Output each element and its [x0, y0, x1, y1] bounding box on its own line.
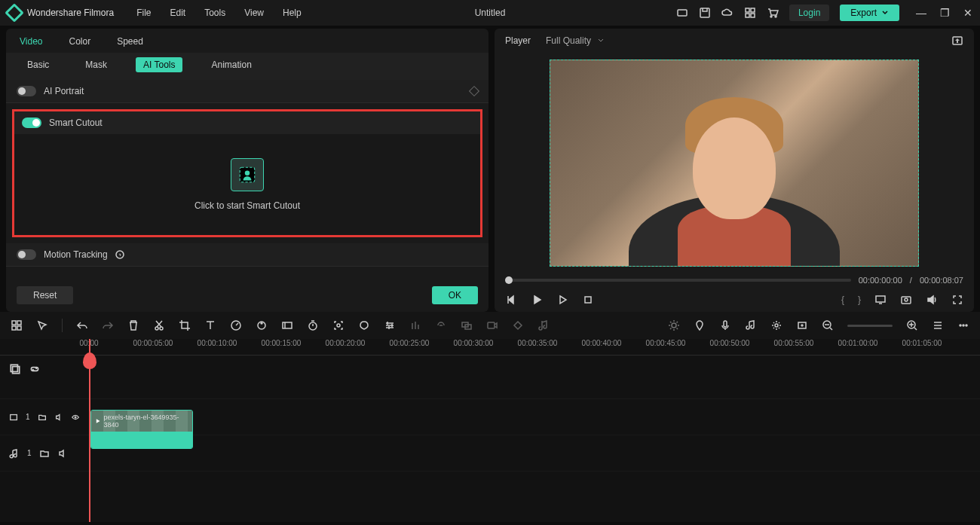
close-button[interactable]: ✕: [963, 7, 972, 19]
svg-rect-41: [11, 365, 17, 371]
sun-icon[interactable]: [668, 319, 680, 331]
tab-video[interactable]: Video: [20, 36, 42, 47]
menu-tools[interactable]: Tools: [204, 8, 225, 18]
list-view-icon[interactable]: [932, 319, 944, 331]
timeline-clip[interactable]: pexels-taryn-el-3649935-3840: [90, 410, 193, 449]
timeline-ruler[interactable]: 00:0000:00:05:0000:00:10:0000:00:15:0000…: [0, 339, 980, 356]
eye-icon[interactable]: [71, 412, 80, 423]
music-note-icon[interactable]: [745, 319, 757, 331]
smart-cutout-start-button[interactable]: [231, 158, 264, 191]
ruler-mark: 00:00:45:00: [646, 339, 686, 347]
display-icon[interactable]: [874, 294, 887, 306]
grid-icon[interactable]: [11, 319, 23, 331]
cut-icon[interactable]: [153, 319, 165, 331]
track-focus-icon[interactable]: [332, 319, 345, 331]
tab-color[interactable]: Color: [69, 36, 90, 47]
scrub-bar[interactable]: [505, 279, 851, 282]
delete-icon[interactable]: [127, 319, 139, 331]
menu-help[interactable]: Help: [283, 8, 302, 18]
ruler-mark: 00:00:10:00: [198, 339, 237, 347]
play-button[interactable]: [531, 294, 543, 306]
redo-icon[interactable]: [102, 319, 114, 331]
ai-portrait-toggle[interactable]: [17, 86, 36, 96]
smart-cutout-section: Smart Cutout Click to start Smart Cutout: [12, 109, 482, 237]
crop-icon[interactable]: [179, 319, 191, 331]
speed-dial-icon[interactable]: [230, 319, 242, 331]
fullscreen-icon[interactable]: [951, 294, 963, 306]
volume-icon[interactable]: [926, 294, 938, 306]
svg-point-15: [905, 298, 908, 301]
save-icon[interactable]: [699, 7, 711, 19]
help-icon[interactable]: [115, 250, 124, 259]
subtab-animation[interactable]: Animation: [204, 57, 259, 72]
ruler-mark: 00:00:15:00: [262, 339, 302, 347]
mute-icon[interactable]: [57, 448, 68, 459]
adjust-icon[interactable]: [384, 319, 396, 331]
frame-icon[interactable]: [796, 319, 808, 331]
export-label: Export: [850, 8, 877, 18]
timer-icon[interactable]: [307, 319, 319, 331]
folder-icon[interactable]: [38, 412, 47, 423]
aspect-icon[interactable]: [281, 319, 293, 331]
snapshot-layout-icon[interactable]: [951, 35, 963, 47]
apps-icon[interactable]: [744, 7, 756, 19]
smart-cutout-toggle[interactable]: [22, 118, 41, 128]
menu-edit[interactable]: Edit: [170, 8, 186, 18]
record-icon[interactable]: [486, 319, 498, 331]
audio-mix-icon[interactable]: [409, 319, 421, 331]
keyframe-icon[interactable]: [469, 86, 479, 96]
stop-button[interactable]: [582, 294, 594, 306]
maximize-button[interactable]: ❐: [940, 7, 950, 19]
playhead[interactable]: [89, 339, 90, 522]
reset-button[interactable]: Reset: [17, 286, 73, 304]
cart-icon[interactable]: [767, 7, 779, 19]
mute-icon[interactable]: [54, 412, 63, 423]
ai-icon[interactable]: [770, 319, 782, 331]
marker-icon[interactable]: [694, 319, 706, 331]
svg-point-35: [801, 325, 803, 326]
mic-icon[interactable]: [719, 319, 731, 331]
zoom-out-icon[interactable]: [822, 319, 834, 331]
minimize-button[interactable]: —: [916, 7, 926, 19]
mark-out-icon[interactable]: }: [858, 295, 861, 305]
motion-tracking-toggle[interactable]: [17, 249, 36, 260]
folder-icon[interactable]: [39, 448, 50, 459]
cloud-icon[interactable]: [721, 7, 733, 19]
snapshot-icon[interactable]: [900, 294, 912, 306]
play-small-icon: [94, 417, 101, 425]
select-tool-icon[interactable]: [36, 319, 48, 331]
prev-frame-button[interactable]: [505, 294, 517, 306]
audio-track-num: 1: [27, 449, 32, 457]
ok-button[interactable]: OK: [432, 286, 478, 304]
next-frame-button[interactable]: [556, 294, 568, 306]
mark-in-icon[interactable]: {: [841, 295, 844, 305]
menu-file[interactable]: File: [136, 8, 151, 18]
zoom-in-icon[interactable]: [906, 319, 918, 331]
color-icon[interactable]: [256, 319, 268, 331]
text-icon[interactable]: [204, 319, 216, 331]
svg-rect-34: [798, 322, 806, 328]
zoom-slider[interactable]: [847, 325, 893, 327]
audio-tool-icon[interactable]: [537, 319, 550, 331]
group-icon[interactable]: [461, 319, 473, 331]
login-button[interactable]: Login: [789, 5, 829, 21]
subtab-ai-tools[interactable]: AI Tools: [136, 57, 182, 72]
link-icon[interactable]: [29, 363, 41, 375]
subtab-mask[interactable]: Mask: [78, 57, 115, 72]
paint-icon[interactable]: [358, 319, 370, 331]
copy-track-icon[interactable]: [9, 363, 21, 375]
subtab-basic[interactable]: Basic: [20, 57, 57, 72]
audio-track-icon: [9, 448, 20, 459]
ai-portrait-label: AI Portrait: [44, 86, 84, 96]
screen-record-icon[interactable]: [676, 7, 688, 19]
keyframe-tool-icon[interactable]: [512, 319, 524, 331]
tab-speed[interactable]: Speed: [117, 36, 143, 47]
timeline[interactable]: 00:0000:00:05:0000:00:10:0000:00:15:0000…: [0, 339, 980, 522]
more-icon[interactable]: [957, 319, 969, 331]
export-button[interactable]: Export: [840, 5, 899, 21]
detach-icon[interactable]: [435, 319, 447, 331]
quality-selector[interactable]: Full Quality: [546, 35, 605, 46]
preview-viewport[interactable]: [495, 53, 974, 273]
menu-view[interactable]: View: [244, 8, 264, 18]
undo-icon[interactable]: [76, 319, 88, 331]
